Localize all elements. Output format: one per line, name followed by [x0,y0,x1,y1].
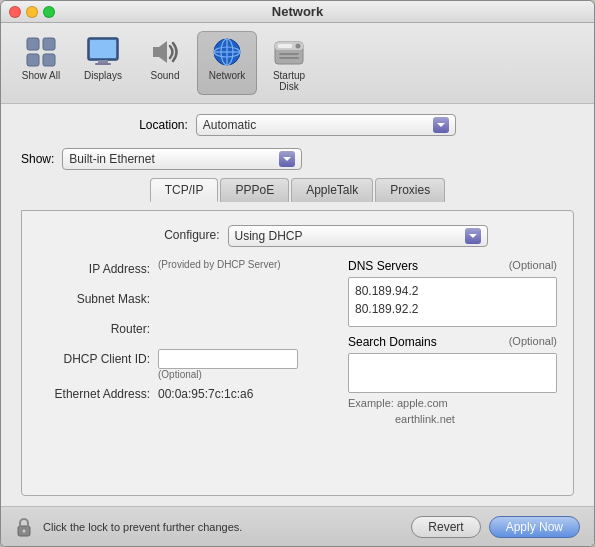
dhcp-row: DHCP Client ID: (Optional) [38,349,348,380]
toolbar-label-network: Network [209,70,246,81]
tab-proxies-label: Proxies [390,183,430,197]
dns-servers-box[interactable]: 80.189.94.2 80.189.92.2 [348,277,557,327]
search-domains-box[interactable] [348,353,557,393]
toolbar-label-startup-disk: Startup Disk [264,70,314,92]
tab-appletalk-label: AppleTalk [306,183,358,197]
configure-row: Configure: Using DHCP [38,225,557,247]
dns-section: DNS Servers (Optional) 80.189.94.2 80.18… [348,259,557,327]
show-label: Show: [21,152,54,166]
ip-row: IP Address: (Provided by DHCP Server) [38,259,348,279]
ip-value-area: (Provided by DHCP Server) [158,259,281,270]
dhcp-input-area: (Optional) [158,349,298,380]
toolbar-label-displays: Displays [84,70,122,81]
tab-proxies[interactable]: Proxies [375,178,445,202]
svg-rect-0 [27,38,39,50]
dhcp-client-id-input[interactable] [158,349,298,369]
ip-label: IP Address: [38,259,158,279]
toolbar-item-displays[interactable]: Displays [73,31,133,95]
toolbar-item-show-all[interactable]: Show All [11,31,71,95]
configure-select[interactable]: Using DHCP [228,225,488,247]
tab-tcpip[interactable]: TCP/IP [150,178,219,202]
svg-rect-18 [279,53,299,55]
traffic-lights [9,6,55,18]
toolbar: Show All Displays [1,23,594,104]
footer-lock-text: Click the lock to prevent further change… [43,521,401,533]
sound-icon [149,36,181,68]
toolbar-item-network[interactable]: Network [197,31,257,95]
configure-label: Configure: [108,225,228,245]
dhcp-label: DHCP Client ID: [38,349,158,369]
show-value: Built-in Ethernet [69,152,154,166]
show-row: Show: Built-in Ethernet [21,148,574,170]
svg-point-17 [296,44,301,49]
svg-rect-1 [43,38,55,50]
dns-optional-label: (Optional) [509,259,557,273]
revert-button[interactable]: Revert [411,516,480,538]
router-label: Router: [38,319,158,339]
footer: Click the lock to prevent further change… [1,506,594,546]
network-icon [211,36,243,68]
ethernet-row: Ethernet Address: 00:0a:95:7c:1c:a6 [38,384,348,404]
configure-arrow-icon [465,228,481,244]
svg-rect-5 [90,40,116,58]
location-arrow-icon [433,117,449,133]
configure-value: Using DHCP [235,229,303,243]
svg-point-21 [23,529,26,532]
svg-rect-7 [95,63,111,65]
left-column: IP Address: (Provided by DHCP Server) Su… [38,259,348,425]
location-select[interactable]: Automatic [196,114,456,136]
svg-rect-3 [43,54,55,66]
window-title: Network [272,4,323,19]
location-row: Location: Automatic [21,114,574,136]
svg-marker-8 [153,41,167,63]
window: Network Show All [0,0,595,547]
tab-appletalk[interactable]: AppleTalk [291,178,373,202]
lock-icon[interactable] [15,517,33,537]
grid-icon [25,36,57,68]
toolbar-item-sound[interactable]: Sound [135,31,195,95]
tab-pppoe[interactable]: PPPoE [220,178,289,202]
tabs-area: TCP/IP PPPoE AppleTalk Proxies [150,178,445,202]
tab-pppoe-label: PPPoE [235,183,274,197]
display-icon [87,36,119,68]
right-column: DNS Servers (Optional) 80.189.94.2 80.18… [348,259,557,425]
apply-now-button[interactable]: Apply Now [489,516,580,538]
search-example2: earthlink.net [395,413,557,425]
toolbar-item-startup-disk[interactable]: Startup Disk [259,31,319,95]
dhcp-optional-text: (Optional) [158,369,298,380]
main-content: Location: Automatic Show: Built-in Ether… [1,104,594,506]
ethernet-value: 00:0a:95:7c:1c:a6 [158,384,253,404]
subnet-label: Subnet Mask: [38,289,158,309]
main-columns: IP Address: (Provided by DHCP Server) Su… [38,259,557,425]
svg-rect-19 [279,57,299,59]
search-section: Search Domains (Optional) Example: apple… [348,335,557,425]
show-select[interactable]: Built-in Ethernet [62,148,302,170]
router-row: Router: [38,319,348,339]
example-value2: earthlink.net [395,413,455,425]
search-domains-title: Search Domains [348,335,437,349]
svg-rect-2 [27,54,39,66]
toolbar-label-show-all: Show All [22,70,60,81]
minimize-button[interactable] [26,6,38,18]
dns-servers-title: DNS Servers [348,259,418,273]
ethernet-label: Ethernet Address: [38,384,158,404]
location-value: Automatic [203,118,256,132]
svg-rect-16 [278,44,292,48]
titlebar: Network [1,1,594,23]
ip-note: (Provided by DHCP Server) [158,259,281,270]
show-arrow-icon [279,151,295,167]
subnet-row: Subnet Mask: [38,289,348,309]
disk-icon [273,36,305,68]
location-label: Location: [139,118,188,132]
example-label: Example: [348,397,394,409]
maximize-button[interactable] [43,6,55,18]
dns-header: DNS Servers (Optional) [348,259,557,273]
close-button[interactable] [9,6,21,18]
search-example: Example: apple.com [348,397,557,409]
search-header: Search Domains (Optional) [348,335,557,349]
tcpip-panel: Configure: Using DHCP IP Address: (Provi… [21,210,574,496]
footer-buttons: Revert Apply Now [411,516,580,538]
tab-tcpip-label: TCP/IP [165,183,204,197]
toolbar-label-sound: Sound [151,70,180,81]
search-optional-label: (Optional) [509,335,557,349]
